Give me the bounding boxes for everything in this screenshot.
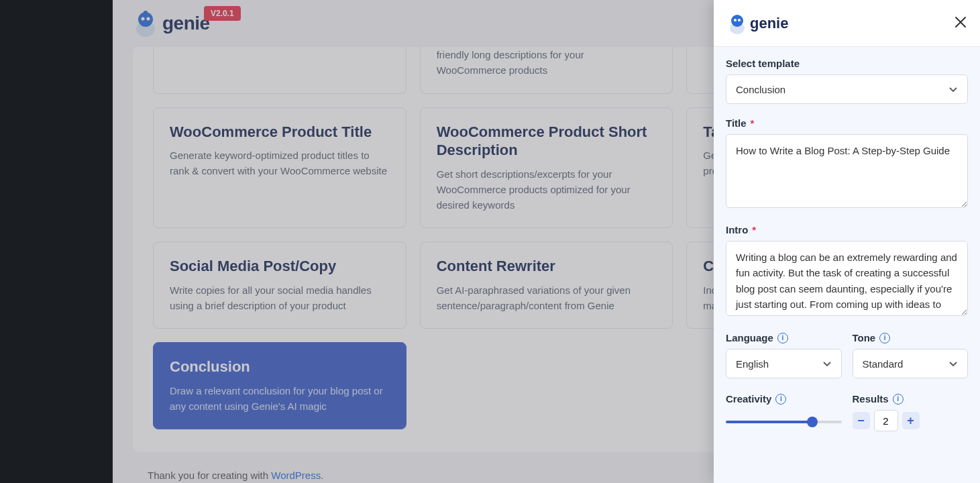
card-title: Social Media Post/Copy — [170, 257, 390, 276]
chevron-down-icon — [822, 359, 832, 368]
creativity-slider[interactable] — [726, 421, 842, 423]
svg-point-3 — [147, 17, 150, 21]
app-logo: genie V2.0.1 — [133, 9, 210, 38]
template-card-woo-title[interactable]: WooCommerce Product Title Generate keywo… — [153, 107, 406, 229]
intro-input[interactable] — [726, 241, 968, 316]
admin-sidebar — [0, 0, 113, 483]
slider-thumb[interactable] — [807, 417, 818, 427]
template-card-social-media[interactable]: Social Media Post/Copy Write copies for … — [153, 241, 406, 329]
generator-panel: genie Select template Conclusion Title *… — [714, 0, 980, 483]
svg-point-8 — [738, 19, 741, 21]
decrement-button[interactable]: − — [853, 412, 870, 429]
svg-point-7 — [734, 19, 737, 21]
creativity-label: Creativity i — [726, 393, 842, 405]
panel-brand: genie — [750, 15, 788, 32]
increment-button[interactable]: + — [902, 412, 920, 429]
svg-rect-4 — [144, 11, 148, 13]
card-title: Content Rewriter — [437, 257, 657, 276]
version-badge: V2.0.1 — [204, 6, 241, 21]
tone-label: Tone i — [853, 332, 969, 343]
card-desc: Get short descriptions/excerpts for your… — [437, 166, 657, 213]
card-desc: friendly long descriptions for your WooC… — [437, 47, 657, 78]
title-label: Title * — [726, 117, 968, 129]
svg-point-2 — [142, 17, 145, 21]
results-label: Results i — [853, 393, 969, 405]
template-card-conclusion[interactable]: Conclusion Draw a relevant conclusion fo… — [153, 342, 406, 429]
required-mark: * — [751, 117, 755, 129]
template-select-value: Conclusion — [736, 84, 785, 95]
required-mark: * — [752, 224, 756, 235]
brand-name: genie — [162, 13, 210, 34]
card-title: WooCommerce Product Short Description — [437, 123, 657, 160]
chevron-down-icon — [948, 359, 958, 368]
tone-select[interactable]: Standard — [853, 349, 969, 378]
close-icon — [955, 16, 967, 28]
card-desc: Generate keyword-optimized product title… — [170, 148, 390, 179]
genie-icon — [133, 9, 158, 38]
info-icon[interactable]: i — [777, 333, 788, 343]
card-desc: Get AI-paraphrased variations of your gi… — [437, 282, 657, 314]
card-title: WooCommerce Product Title — [170, 123, 390, 142]
template-card[interactable]: friendly long descriptions for your WooC… — [420, 47, 673, 94]
footer-prefix: Thank you for creating with — [148, 470, 271, 481]
svg-point-1 — [138, 12, 153, 27]
template-select[interactable]: Conclusion — [726, 74, 968, 104]
language-label: Language i — [726, 332, 842, 343]
info-icon[interactable]: i — [879, 333, 890, 343]
close-button[interactable] — [955, 16, 967, 31]
language-select[interactable]: English — [726, 349, 842, 378]
card-desc: Draw a relevant conclusion for your blog… — [170, 383, 390, 415]
tone-value: Standard — [863, 358, 904, 370]
info-icon[interactable]: i — [775, 394, 786, 405]
language-value: English — [736, 358, 769, 370]
intro-label: Intro * — [726, 224, 968, 235]
info-icon[interactable]: i — [893, 394, 904, 405]
template-card-content-rewriter[interactable]: Content Rewriter Get AI-paraphrased vari… — [420, 241, 673, 329]
footer-link[interactable]: WordPress — [271, 470, 321, 481]
panel-body: Select template Conclusion Title * Intro… — [714, 47, 980, 483]
panel-logo: genie — [727, 12, 788, 35]
svg-point-6 — [731, 15, 743, 27]
footer-suffix: . — [321, 470, 323, 481]
card-desc: Write copies for all your social media h… — [170, 282, 390, 314]
title-input[interactable] — [726, 134, 968, 208]
template-card[interactable] — [153, 47, 406, 94]
card-title: Conclusion — [170, 358, 390, 376]
template-card-woo-short-desc[interactable]: WooCommerce Product Short Description Ge… — [420, 107, 673, 229]
select-template-label: Select template — [726, 58, 968, 69]
results-input[interactable] — [874, 410, 898, 431]
chevron-down-icon — [948, 85, 958, 94]
results-stepper: − + — [853, 410, 969, 431]
panel-header: genie — [714, 0, 980, 47]
